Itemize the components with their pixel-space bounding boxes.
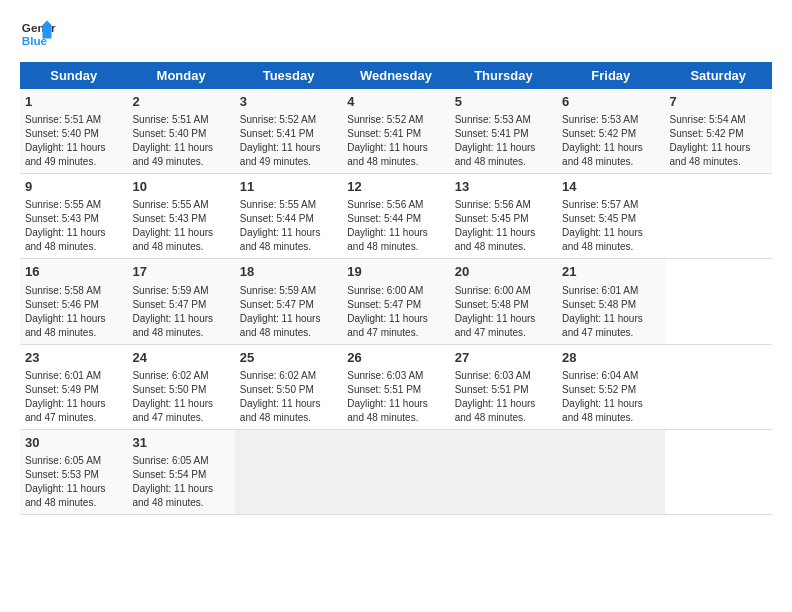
day-number: 25 <box>240 349 337 367</box>
calendar-cell <box>450 429 557 514</box>
day-number: 26 <box>347 349 444 367</box>
day-number: 6 <box>562 93 659 111</box>
day-number: 3 <box>240 93 337 111</box>
calendar-cell <box>557 429 664 514</box>
day-number: 9 <box>25 178 122 196</box>
calendar-cell: 4Sunrise: 5:52 AMSunset: 5:41 PMDaylight… <box>342 89 449 174</box>
day-number: 19 <box>347 263 444 281</box>
calendar-cell: 23Sunrise: 6:01 AMSunset: 5:49 PMDayligh… <box>20 344 127 429</box>
weekday-header: Friday <box>557 62 664 89</box>
day-number: 5 <box>455 93 552 111</box>
day-number: 24 <box>132 349 229 367</box>
day-number: 12 <box>347 178 444 196</box>
calendar-week-row: 30Sunrise: 6:05 AMSunset: 5:53 PMDayligh… <box>20 429 772 514</box>
calendar-cell: 16Sunrise: 5:58 AMSunset: 5:46 PMDayligh… <box>20 259 127 344</box>
calendar-cell: 13Sunrise: 5:56 AMSunset: 5:45 PMDayligh… <box>450 174 557 259</box>
calendar-cell: 18Sunrise: 5:59 AMSunset: 5:47 PMDayligh… <box>235 259 342 344</box>
calendar-cell: 25Sunrise: 6:02 AMSunset: 5:50 PMDayligh… <box>235 344 342 429</box>
day-number: 11 <box>240 178 337 196</box>
calendar-cell: 10Sunrise: 5:55 AMSunset: 5:43 PMDayligh… <box>127 174 234 259</box>
calendar-cell: 2Sunrise: 5:51 AMSunset: 5:40 PMDaylight… <box>127 89 234 174</box>
calendar-cell <box>235 429 342 514</box>
weekday-header: Sunday <box>20 62 127 89</box>
calendar-cell: 21Sunrise: 6:01 AMSunset: 5:48 PMDayligh… <box>557 259 664 344</box>
day-number: 23 <box>25 349 122 367</box>
day-number: 4 <box>347 93 444 111</box>
day-number: 27 <box>455 349 552 367</box>
day-number: 10 <box>132 178 229 196</box>
logo-icon: General Blue <box>20 16 56 52</box>
calendar-cell: 14Sunrise: 5:57 AMSunset: 5:45 PMDayligh… <box>557 174 664 259</box>
calendar-cell: 26Sunrise: 6:03 AMSunset: 5:51 PMDayligh… <box>342 344 449 429</box>
calendar-cell: 9Sunrise: 5:55 AMSunset: 5:43 PMDaylight… <box>20 174 127 259</box>
weekday-header: Monday <box>127 62 234 89</box>
calendar-cell: 27Sunrise: 6:03 AMSunset: 5:51 PMDayligh… <box>450 344 557 429</box>
weekday-header: Tuesday <box>235 62 342 89</box>
calendar-cell: 31Sunrise: 6:05 AMSunset: 5:54 PMDayligh… <box>127 429 234 514</box>
day-number: 17 <box>132 263 229 281</box>
day-number: 18 <box>240 263 337 281</box>
calendar-cell: 11Sunrise: 5:55 AMSunset: 5:44 PMDayligh… <box>235 174 342 259</box>
calendar-cell: 7Sunrise: 5:54 AMSunset: 5:42 PMDaylight… <box>665 89 772 174</box>
calendar-week-row: 16Sunrise: 5:58 AMSunset: 5:46 PMDayligh… <box>20 259 772 344</box>
day-number: 16 <box>25 263 122 281</box>
day-number: 21 <box>562 263 659 281</box>
calendar-cell: 1Sunrise: 5:51 AMSunset: 5:40 PMDaylight… <box>20 89 127 174</box>
weekday-header: Thursday <box>450 62 557 89</box>
day-number: 28 <box>562 349 659 367</box>
calendar-cell: 12Sunrise: 5:56 AMSunset: 5:44 PMDayligh… <box>342 174 449 259</box>
calendar-header: SundayMondayTuesdayWednesdayThursdayFrid… <box>20 62 772 89</box>
day-number: 7 <box>670 93 767 111</box>
day-number: 2 <box>132 93 229 111</box>
weekday-header: Wednesday <box>342 62 449 89</box>
calendar-cell: 17Sunrise: 5:59 AMSunset: 5:47 PMDayligh… <box>127 259 234 344</box>
day-number: 31 <box>132 434 229 452</box>
calendar-cell: 20Sunrise: 6:00 AMSunset: 5:48 PMDayligh… <box>450 259 557 344</box>
calendar-cell: 3Sunrise: 5:52 AMSunset: 5:41 PMDaylight… <box>235 89 342 174</box>
day-number: 14 <box>562 178 659 196</box>
weekday-header: Saturday <box>665 62 772 89</box>
calendar-cell: 6Sunrise: 5:53 AMSunset: 5:42 PMDaylight… <box>557 89 664 174</box>
day-number: 20 <box>455 263 552 281</box>
page-header: General Blue <box>20 16 772 52</box>
calendar-cell: 30Sunrise: 6:05 AMSunset: 5:53 PMDayligh… <box>20 429 127 514</box>
calendar-cell <box>342 429 449 514</box>
calendar-week-row: 9Sunrise: 5:55 AMSunset: 5:43 PMDaylight… <box>20 174 772 259</box>
logo: General Blue <box>20 16 56 52</box>
calendar-cell: 5Sunrise: 5:53 AMSunset: 5:41 PMDaylight… <box>450 89 557 174</box>
calendar-week-row: 23Sunrise: 6:01 AMSunset: 5:49 PMDayligh… <box>20 344 772 429</box>
calendar-week-row: 1Sunrise: 5:51 AMSunset: 5:40 PMDaylight… <box>20 89 772 174</box>
calendar-table: SundayMondayTuesdayWednesdayThursdayFrid… <box>20 62 772 515</box>
calendar-cell: 28Sunrise: 6:04 AMSunset: 5:52 PMDayligh… <box>557 344 664 429</box>
day-number: 30 <box>25 434 122 452</box>
day-number: 13 <box>455 178 552 196</box>
day-number: 1 <box>25 93 122 111</box>
calendar-cell: 24Sunrise: 6:02 AMSunset: 5:50 PMDayligh… <box>127 344 234 429</box>
calendar-cell: 19Sunrise: 6:00 AMSunset: 5:47 PMDayligh… <box>342 259 449 344</box>
